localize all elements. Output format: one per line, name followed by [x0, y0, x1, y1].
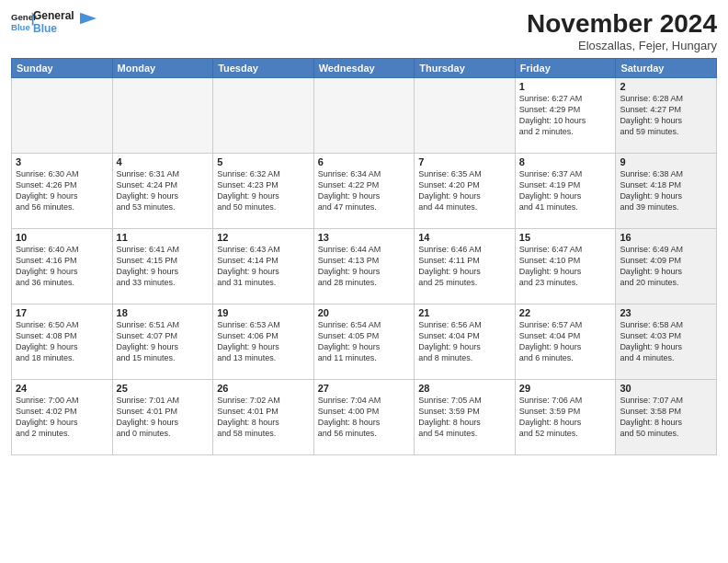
day-number: 12 [217, 232, 310, 243]
day-info: Sunrise: 6:34 AM Sunset: 4:22 PM Dayligh… [318, 168, 411, 213]
day-info: Sunrise: 6:46 AM Sunset: 4:11 PM Dayligh… [418, 244, 511, 289]
day-info: Sunrise: 6:38 AM Sunset: 4:18 PM Dayligh… [620, 168, 712, 213]
day-info: Sunrise: 6:53 AM Sunset: 4:06 PM Dayligh… [217, 319, 310, 364]
calendar-cell: 9Sunrise: 6:38 AM Sunset: 4:18 PM Daylig… [616, 154, 717, 229]
day-info: Sunrise: 7:00 AM Sunset: 4:02 PM Dayligh… [16, 395, 108, 440]
day-number: 1 [519, 81, 612, 92]
calendar-cell: 5Sunrise: 6:32 AM Sunset: 4:23 PM Daylig… [213, 154, 314, 229]
day-number: 30 [620, 383, 712, 394]
logo-text-blue: Blue [33, 22, 74, 35]
day-number: 9 [620, 156, 712, 167]
calendar-week-row: 1Sunrise: 6:27 AM Sunset: 4:29 PM Daylig… [12, 78, 717, 154]
calendar-cell: 4Sunrise: 6:31 AM Sunset: 4:24 PM Daylig… [112, 154, 213, 229]
calendar-cell: 3Sunrise: 6:30 AM Sunset: 4:26 PM Daylig… [12, 154, 113, 229]
weekday-header-thursday: Thursday [415, 59, 516, 78]
day-info: Sunrise: 6:50 AM Sunset: 4:08 PM Dayligh… [16, 319, 108, 364]
calendar-cell: 13Sunrise: 6:44 AM Sunset: 4:13 PM Dayli… [313, 229, 415, 304]
calendar-cell: 14Sunrise: 6:46 AM Sunset: 4:11 PM Dayli… [415, 229, 516, 304]
header: General Blue General Blue November 2024 … [11, 9, 717, 52]
calendar-week-row: 17Sunrise: 6:50 AM Sunset: 4:08 PM Dayli… [12, 304, 717, 380]
calendar-cell: 10Sunrise: 6:40 AM Sunset: 4:16 PM Dayli… [12, 229, 113, 304]
calendar-cell: 28Sunrise: 7:05 AM Sunset: 3:59 PM Dayli… [415, 380, 516, 455]
day-number: 22 [519, 307, 612, 318]
day-number: 4 [117, 156, 210, 167]
calendar-cell [213, 78, 314, 154]
day-info: Sunrise: 7:05 AM Sunset: 3:59 PM Dayligh… [418, 395, 511, 440]
calendar-cell [112, 78, 213, 154]
day-info: Sunrise: 6:40 AM Sunset: 4:16 PM Dayligh… [16, 244, 108, 289]
calendar-cell: 23Sunrise: 6:58 AM Sunset: 4:03 PM Dayli… [616, 304, 717, 380]
month-title: November 2024 [527, 9, 717, 39]
calendar-cell: 12Sunrise: 6:43 AM Sunset: 4:14 PM Dayli… [213, 229, 314, 304]
calendar-week-row: 24Sunrise: 7:00 AM Sunset: 4:02 PM Dayli… [12, 380, 717, 455]
day-info: Sunrise: 6:37 AM Sunset: 4:19 PM Dayligh… [519, 168, 612, 213]
day-number: 26 [217, 383, 310, 394]
day-number: 29 [519, 383, 612, 394]
calendar-cell [12, 78, 113, 154]
day-info: Sunrise: 7:02 AM Sunset: 4:01 PM Dayligh… [217, 395, 310, 440]
calendar-cell: 22Sunrise: 6:57 AM Sunset: 4:04 PM Dayli… [515, 304, 616, 380]
day-number: 3 [16, 156, 108, 167]
weekday-header-wednesday: Wednesday [313, 59, 415, 78]
day-info: Sunrise: 7:01 AM Sunset: 4:01 PM Dayligh… [117, 395, 210, 440]
calendar-table: SundayMondayTuesdayWednesdayThursdayFrid… [11, 58, 717, 455]
day-info: Sunrise: 6:44 AM Sunset: 4:13 PM Dayligh… [318, 244, 411, 289]
day-number: 24 [16, 383, 108, 394]
calendar-cell: 18Sunrise: 6:51 AM Sunset: 4:07 PM Dayli… [112, 304, 213, 380]
day-info: Sunrise: 6:31 AM Sunset: 4:24 PM Dayligh… [117, 168, 210, 213]
calendar-cell: 19Sunrise: 6:53 AM Sunset: 4:06 PM Dayli… [213, 304, 314, 380]
calendar-cell: 7Sunrise: 6:35 AM Sunset: 4:20 PM Daylig… [415, 154, 516, 229]
calendar-cell: 16Sunrise: 6:49 AM Sunset: 4:09 PM Dayli… [616, 229, 717, 304]
day-info: Sunrise: 6:49 AM Sunset: 4:09 PM Dayligh… [620, 244, 712, 289]
day-number: 13 [318, 232, 411, 243]
day-info: Sunrise: 6:51 AM Sunset: 4:07 PM Dayligh… [117, 319, 210, 364]
svg-text:Blue: Blue [11, 22, 30, 32]
calendar-cell: 8Sunrise: 6:37 AM Sunset: 4:19 PM Daylig… [515, 154, 616, 229]
calendar-cell: 27Sunrise: 7:04 AM Sunset: 4:00 PM Dayli… [313, 380, 415, 455]
calendar-cell: 11Sunrise: 6:41 AM Sunset: 4:15 PM Dayli… [112, 229, 213, 304]
day-number: 5 [217, 156, 310, 167]
weekday-header-sunday: Sunday [12, 59, 113, 78]
day-number: 14 [418, 232, 511, 243]
day-number: 17 [16, 307, 108, 318]
calendar-cell: 2Sunrise: 6:28 AM Sunset: 4:27 PM Daylig… [616, 78, 717, 154]
weekday-header-row: SundayMondayTuesdayWednesdayThursdayFrid… [12, 59, 717, 78]
day-info: Sunrise: 6:27 AM Sunset: 4:29 PM Dayligh… [519, 93, 612, 138]
day-info: Sunrise: 7:07 AM Sunset: 3:58 PM Dayligh… [620, 395, 712, 440]
calendar-cell: 21Sunrise: 6:56 AM Sunset: 4:04 PM Dayli… [415, 304, 516, 380]
day-number: 25 [117, 383, 210, 394]
day-number: 2 [620, 81, 712, 92]
day-info: Sunrise: 6:54 AM Sunset: 4:05 PM Dayligh… [318, 319, 411, 364]
day-info: Sunrise: 6:30 AM Sunset: 4:26 PM Dayligh… [16, 168, 108, 213]
day-number: 10 [16, 232, 108, 243]
day-number: 23 [620, 307, 712, 318]
calendar-cell: 20Sunrise: 6:54 AM Sunset: 4:05 PM Dayli… [313, 304, 415, 380]
day-info: Sunrise: 6:43 AM Sunset: 4:14 PM Dayligh… [217, 244, 310, 289]
calendar-cell: 25Sunrise: 7:01 AM Sunset: 4:01 PM Dayli… [112, 380, 213, 455]
calendar-cell: 6Sunrise: 6:34 AM Sunset: 4:22 PM Daylig… [313, 154, 415, 229]
svg-marker-3 [80, 13, 97, 25]
day-info: Sunrise: 7:06 AM Sunset: 3:59 PM Dayligh… [519, 395, 612, 440]
day-number: 6 [318, 156, 411, 167]
calendar-cell: 15Sunrise: 6:47 AM Sunset: 4:10 PM Dayli… [515, 229, 616, 304]
day-info: Sunrise: 7:04 AM Sunset: 4:00 PM Dayligh… [318, 395, 411, 440]
calendar-cell: 30Sunrise: 7:07 AM Sunset: 3:58 PM Dayli… [616, 380, 717, 455]
calendar-cell: 26Sunrise: 7:02 AM Sunset: 4:01 PM Dayli… [213, 380, 314, 455]
day-info: Sunrise: 6:57 AM Sunset: 4:04 PM Dayligh… [519, 319, 612, 364]
location-subtitle: Eloszallas, Fejer, Hungary [527, 39, 717, 52]
title-block: November 2024 Eloszallas, Fejer, Hungary [527, 9, 717, 52]
calendar-cell: 1Sunrise: 6:27 AM Sunset: 4:29 PM Daylig… [515, 78, 616, 154]
day-info: Sunrise: 6:58 AM Sunset: 4:03 PM Dayligh… [620, 319, 712, 364]
day-number: 28 [418, 383, 511, 394]
calendar-cell [313, 78, 415, 154]
logo: General Blue General Blue [11, 9, 97, 35]
day-number: 21 [418, 307, 511, 318]
day-number: 18 [117, 307, 210, 318]
logo-arrow-icon [80, 10, 97, 27]
day-info: Sunrise: 6:56 AM Sunset: 4:04 PM Dayligh… [418, 319, 511, 364]
day-info: Sunrise: 6:35 AM Sunset: 4:20 PM Dayligh… [418, 168, 511, 213]
day-number: 7 [418, 156, 511, 167]
calendar-week-row: 10Sunrise: 6:40 AM Sunset: 4:16 PM Dayli… [12, 229, 717, 304]
calendar-cell: 29Sunrise: 7:06 AM Sunset: 3:59 PM Dayli… [515, 380, 616, 455]
day-info: Sunrise: 6:32 AM Sunset: 4:23 PM Dayligh… [217, 168, 310, 213]
